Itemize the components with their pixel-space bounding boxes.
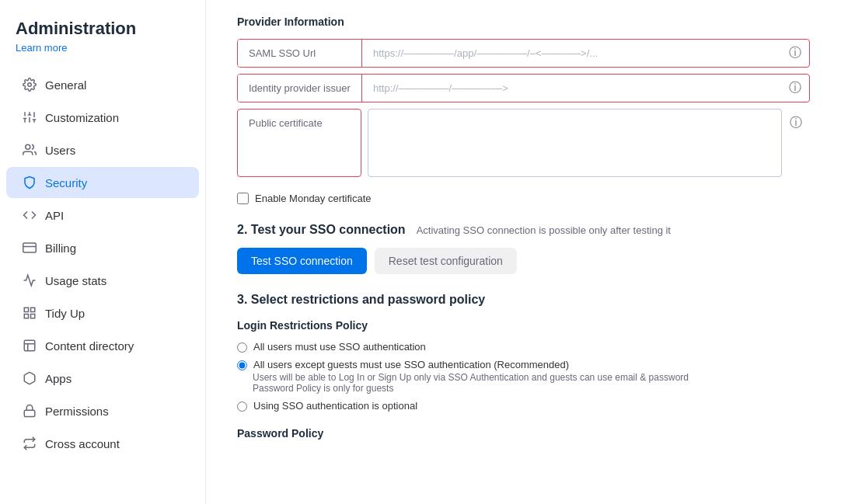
identity-provider-row: Identity provider issuer http://––––––––…	[237, 74, 810, 103]
sidebar: Administration Learn more General Custom…	[0, 0, 206, 504]
tidy-icon	[22, 305, 37, 321]
sidebar-item-label-cross-account: Cross account	[45, 437, 120, 450]
saml-sso-url-help-icon[interactable]: ⓘ	[781, 45, 809, 61]
cert-help-icon[interactable]: ⓘ	[782, 109, 810, 137]
sidebar-item-label-users: Users	[45, 144, 75, 157]
sidebar-item-label-security: Security	[45, 176, 87, 189]
sidebar-item-tidy-up[interactable]: Tidy Up	[6, 297, 199, 328]
sidebar-item-label-content-directory: Content directory	[45, 339, 134, 353]
chart-icon	[22, 273, 37, 288]
provider-info-title: Provider Information	[237, 16, 810, 28]
card-icon	[22, 240, 37, 255]
sidebar-item-usage-stats[interactable]: Usage stats	[6, 265, 199, 296]
identity-provider-help-icon[interactable]: ⓘ	[781, 80, 809, 96]
step2-btn-row: Test SSO connection Reset test configura…	[237, 248, 810, 274]
radio3-label[interactable]: Using SSO authentication is optional	[253, 400, 417, 412]
step2-section: 2. Test your SSO connection Activating S…	[237, 223, 810, 274]
sidebar-item-billing[interactable]: Billing	[6, 232, 199, 263]
password-policy-label: Password Policy	[237, 427, 810, 440]
step2-header: 2. Test your SSO connection Activating S…	[237, 223, 810, 237]
provider-info-section: Provider Information SAML SSO Url https:…	[237, 16, 810, 177]
radio-row-2: All users except guests must use SSO aut…	[237, 359, 810, 394]
cert-section: Public certificate ⓘ	[237, 109, 810, 177]
public-cert-label-box: Public certificate	[237, 109, 361, 177]
saml-sso-url-value: https://–––––––––/app/–––––––––/–<––––––…	[362, 40, 781, 67]
sidebar-item-label-tidy-up: Tidy Up	[45, 307, 85, 320]
public-cert-label: Public certificate	[249, 117, 323, 129]
reset-config-button[interactable]: Reset test configuration	[375, 248, 517, 274]
radio1-label[interactable]: All users must use SSO authentication	[253, 341, 426, 353]
sidebar-item-users[interactable]: Users	[6, 134, 199, 165]
svg-rect-16	[24, 315, 28, 318]
sidebar-item-label-customization: Customization	[45, 111, 119, 124]
svg-point-0	[28, 83, 32, 87]
learn-more-link[interactable]: Learn more	[0, 42, 205, 69]
sidebar-item-customization[interactable]: Customization	[6, 102, 199, 133]
login-restrictions-label: Login Restrictions Policy	[237, 319, 810, 332]
sidebar-nav: General Customization Users Security API	[0, 69, 205, 459]
sidebar-item-cross-account[interactable]: Cross account	[6, 428, 199, 459]
api-icon	[22, 207, 37, 223]
sidebar-item-permissions[interactable]: Permissions	[6, 395, 199, 426]
gear-icon	[22, 77, 37, 92]
svg-rect-13	[24, 308, 28, 311]
step2-title: 2. Test your SSO connection	[237, 223, 406, 237]
radio-except-guests[interactable]	[237, 360, 247, 370]
svg-rect-17	[24, 340, 35, 351]
sidebar-item-label-billing: Billing	[45, 242, 76, 255]
step2-subtitle: Activating SSO connection is possible on…	[417, 224, 671, 236]
enable-cert-label[interactable]: Enable Monday certificate	[255, 193, 372, 204]
svg-rect-15	[31, 315, 35, 318]
step3-section: 3. Select restrictions and password poli…	[237, 293, 810, 440]
sidebar-item-api[interactable]: API	[6, 200, 199, 231]
content-icon	[22, 338, 37, 353]
sidebar-title: Administration	[0, 19, 205, 42]
saml-sso-url-label: SAML SSO Url	[238, 40, 362, 67]
lock-icon	[22, 403, 37, 419]
enable-cert-row: Enable Monday certificate	[237, 193, 810, 204]
sliders-icon	[22, 109, 37, 125]
shield-icon	[22, 175, 37, 190]
cross-account-icon	[22, 436, 37, 451]
radio-all-users[interactable]	[237, 342, 247, 353]
radio2-label[interactable]: All users except guests must use SSO aut…	[253, 359, 569, 370]
svg-rect-18	[24, 410, 35, 416]
person-icon	[22, 142, 37, 158]
login-restrictions-radio-group: All users must use SSO authentication Al…	[237, 341, 810, 412]
public-cert-textarea[interactable]	[368, 109, 782, 177]
step3-title: 3. Select restrictions and password poli…	[237, 293, 810, 307]
radio-row-1: All users must use SSO authentication	[237, 341, 810, 353]
svg-point-10	[26, 144, 30, 149]
sidebar-item-label-general: General	[45, 78, 86, 92]
svg-rect-11	[23, 243, 37, 252]
svg-rect-14	[31, 308, 35, 311]
sidebar-item-content-directory[interactable]: Content directory	[6, 330, 199, 361]
saml-sso-url-row: SAML SSO Url https://–––––––––/app/–––––…	[237, 39, 810, 68]
sidebar-item-label-usage-stats: Usage stats	[45, 274, 106, 287]
apps-icon	[22, 370, 37, 386]
identity-provider-value: http://–––––––––/–––––––––>	[362, 75, 781, 102]
identity-provider-label: Identity provider issuer	[238, 75, 362, 102]
radio-row-3: Using SSO authentication is optional	[237, 400, 810, 412]
test-sso-button[interactable]: Test SSO connection	[237, 248, 367, 274]
sidebar-item-general[interactable]: General	[6, 69, 199, 100]
radio-optional[interactable]	[237, 401, 247, 412]
main-content: Provider Information SAML SSO Url https:…	[206, 0, 841, 504]
radio2-sublabel: Users will be able to Log In or Sign Up …	[237, 372, 810, 394]
sidebar-item-apps[interactable]: Apps	[6, 363, 199, 394]
sidebar-item-label-permissions: Permissions	[45, 405, 109, 418]
sidebar-item-security[interactable]: Security	[6, 167, 199, 198]
enable-cert-checkbox[interactable]	[237, 193, 249, 204]
sidebar-item-label-apps: Apps	[45, 372, 72, 385]
sidebar-item-label-api: API	[45, 209, 64, 222]
